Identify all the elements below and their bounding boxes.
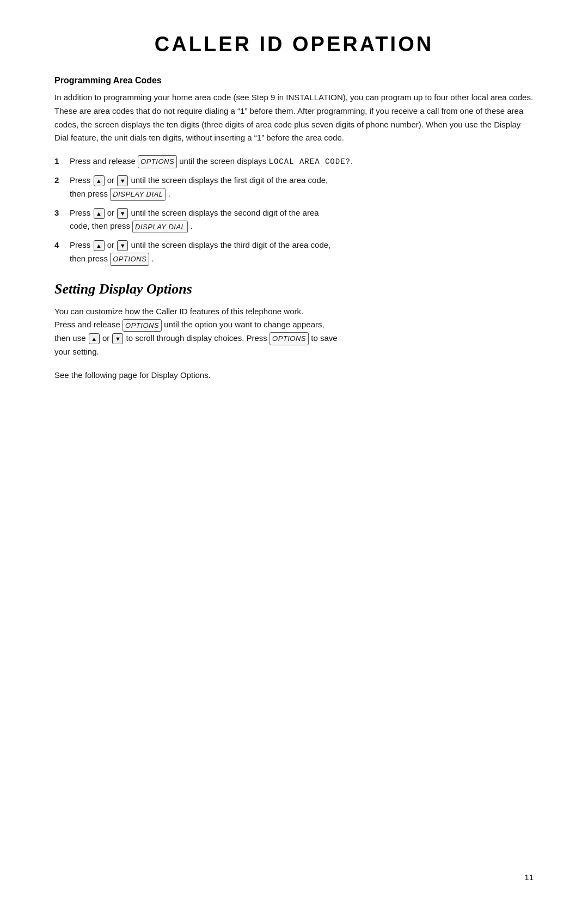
step-1-period: . (351, 156, 353, 166)
setting-display-options-heading: Setting Display Options (54, 281, 534, 297)
setting-display-options-para1: You can customize how the Caller ID feat… (54, 305, 534, 359)
step-2-text-before: Press (70, 175, 93, 185)
sdo-arrow-up: ▲ (89, 333, 100, 344)
step-1-number: 1 (54, 155, 70, 168)
step-2-number: 2 (54, 174, 70, 187)
sdo-para1-text: You can customize how the Caller ID feat… (54, 307, 303, 316)
step-3-content: Press ▲ or ▼ until the screen displays t… (70, 206, 534, 234)
step-2-display-dial-button: DISPLAY DIAL (110, 188, 166, 200)
sdo-para2-part1: Press and release (54, 320, 120, 329)
sdo-para2-or: or (102, 333, 112, 343)
page: CALLER ID OPERATION Programming Area Cod… (0, 0, 588, 909)
step-3-text-before: Press (70, 208, 93, 217)
sdo-options-button-2: OPTIONS (270, 332, 309, 345)
step-4-period: . (151, 254, 154, 263)
step-3-period: . (190, 221, 192, 230)
step-4: 4 Press ▲ or ▼ until the screen displays… (54, 239, 534, 266)
step-4-arrow-down: ▼ (117, 240, 128, 251)
sdo-para3: See the following page for Display Optio… (54, 369, 534, 382)
setting-display-options-section: Setting Display Options You can customiz… (54, 281, 534, 382)
step-3-number: 3 (54, 206, 70, 220)
step-2: 2 Press ▲ or ▼ until the screen displays… (54, 174, 534, 201)
step-2-content: Press ▲ or ▼ until the screen displays t… (70, 174, 534, 201)
sdo-para2-part3: to scroll through display choices. Press (126, 333, 270, 343)
sdo-options-button-1: OPTIONS (122, 319, 162, 332)
step-3-arrow-up: ▲ (94, 208, 105, 219)
step-2-arrow-down: ▼ (117, 175, 128, 186)
step-4-text-before: Press (70, 240, 93, 249)
step-4-number: 4 (54, 239, 70, 252)
page-title: CALLER ID OPERATION (54, 33, 534, 56)
step-4-or: or (107, 240, 117, 249)
step-3-or: or (107, 208, 117, 217)
step-3: 3 Press ▲ or ▼ until the screen displays… (54, 206, 534, 234)
step-1-text-middle: until the screen displays (179, 156, 268, 166)
step-3-arrow-down: ▼ (117, 208, 128, 219)
step-1-options-button: OPTIONS (138, 155, 177, 168)
step-2-or: or (107, 175, 117, 185)
step-2-arrow-up: ▲ (94, 175, 105, 186)
programming-area-codes-intro: In addition to programming your home are… (54, 91, 534, 145)
sdo-arrow-down: ▼ (112, 333, 123, 344)
step-1: 1 Press and release OPTIONS until the sc… (54, 155, 534, 168)
programming-steps-list: 1 Press and release OPTIONS until the sc… (54, 155, 534, 266)
step-4-arrow-up: ▲ (94, 240, 105, 251)
step-2-period: . (168, 189, 170, 198)
step-1-text-before: Press and release (70, 156, 138, 166)
programming-area-codes-section: Programming Area Codes In addition to pr… (54, 76, 534, 266)
step-4-options-button: OPTIONS (110, 253, 149, 265)
step-1-content: Press and release OPTIONS until the scre… (70, 155, 534, 168)
step-4-content: Press ▲ or ▼ until the screen displays t… (70, 239, 534, 266)
programming-area-codes-heading: Programming Area Codes (54, 76, 534, 86)
page-number: 11 (524, 873, 534, 882)
step-3-display-dial-button: DISPLAY DIAL (132, 221, 188, 233)
step-1-monospace: LOCAL AREA CODE? (269, 157, 351, 166)
